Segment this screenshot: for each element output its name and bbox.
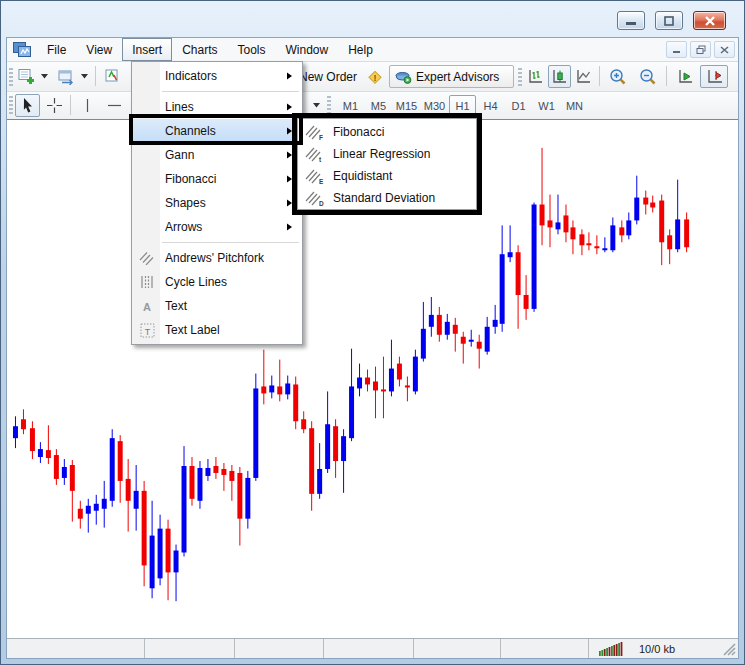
menu-item-label: Andrews' Pitchfork: [162, 251, 286, 265]
candlestick-chart-button[interactable]: [548, 65, 571, 88]
insert-menu-item-lines[interactable]: Lines: [132, 95, 302, 119]
maximize-icon: [663, 16, 675, 26]
channels-submenu-item-linear-regression[interactable]: tLinear Regression: [298, 143, 476, 165]
title-bar[interactable]: [1, 1, 744, 37]
insert-menu-item-shapes[interactable]: Shapes: [132, 191, 302, 215]
insert-menu-item-gann[interactable]: Gann: [132, 143, 302, 167]
toolbar-grip[interactable]: [9, 68, 13, 86]
candle: [643, 191, 648, 215]
bar-chart-icon: [527, 68, 544, 85]
cycle-lines-icon: [132, 275, 162, 289]
channels-submenu-item-standard-deviation[interactable]: DStandard Deviation: [298, 187, 476, 209]
submenu-arrow-icon: [286, 72, 302, 80]
menu-charts[interactable]: Charts: [172, 38, 227, 61]
expert-advisors-label: Expert Advisors: [416, 70, 499, 84]
candle: [381, 357, 386, 419]
candle: [540, 148, 545, 245]
mt4-window: FileViewInsertChartsToolsWindowHelp: [0, 0, 745, 665]
candle: [469, 330, 474, 347]
candle: [429, 297, 434, 337]
candle: [134, 465, 139, 531]
menu-view[interactable]: View: [76, 38, 122, 61]
channels-submenu-item-equidistant[interactable]: EEquidistant: [298, 165, 476, 187]
toolbar-grip[interactable]: [9, 96, 13, 114]
channels-submenu-item-fibonacci[interactable]: FFibonacci: [298, 121, 476, 143]
mdi-close-button[interactable]: [714, 41, 735, 58]
toolbar-grip[interactable]: [327, 96, 331, 114]
text-label-icon: T: [132, 323, 162, 338]
chart-shift-button[interactable]: [700, 65, 728, 88]
timeframe-d1-button[interactable]: D1: [505, 95, 532, 116]
menu-item-label: Indicators: [162, 69, 286, 83]
close-button[interactable]: [693, 11, 726, 30]
maximize-button[interactable]: [655, 11, 683, 30]
candle: [389, 340, 394, 397]
cursor-button[interactable]: [15, 94, 40, 117]
insert-menu-item-cycle-lines[interactable]: Cycle Lines: [132, 270, 302, 294]
insert-menu-item-indicators[interactable]: Indicators: [132, 64, 302, 88]
new-chart-button[interactable]: [15, 65, 39, 88]
mdi-minimize-button[interactable]: [666, 41, 687, 58]
insert-menu-item-fibonacci[interactable]: Fibonacci: [132, 167, 302, 191]
candlestick-chart-icon: [551, 68, 568, 85]
auto-scroll-button[interactable]: [672, 65, 698, 88]
candle: [373, 367, 378, 419]
vertical-line-button[interactable]: [75, 94, 100, 117]
profiles-dropdown[interactable]: [79, 65, 90, 88]
toolbar-grip[interactable]: [518, 68, 522, 86]
insert-menu-item-text-label[interactable]: TText Label: [132, 318, 302, 342]
bar-chart-button[interactable]: [524, 65, 547, 88]
candle: [357, 364, 362, 397]
minimize-button[interactable]: [617, 11, 645, 30]
candle: [421, 302, 426, 362]
candle: [229, 465, 234, 501]
resize-grip[interactable]: [723, 643, 736, 656]
insert-menu-item-andrews-pitchfork[interactable]: Andrews' Pitchfork: [132, 246, 302, 270]
candle: [30, 421, 35, 459]
candle: [445, 314, 450, 340]
crosshair-button[interactable]: [42, 94, 67, 117]
auto-scroll-icon: [676, 68, 694, 85]
candle: [102, 481, 107, 528]
menu-insert[interactable]: Insert: [122, 38, 172, 61]
candle: [182, 446, 187, 556]
candle: [437, 307, 442, 342]
insert-menu-item-channels[interactable]: Channels: [132, 119, 302, 143]
candle: [405, 377, 410, 402]
line-chart-button[interactable]: [572, 65, 595, 88]
candle: [197, 461, 202, 509]
menu-item-label: Text: [162, 299, 286, 313]
candle: [548, 195, 553, 248]
menu-tools[interactable]: Tools: [228, 38, 276, 61]
zoom-out-button[interactable]: [635, 65, 661, 88]
market-watch-button[interactable]: [101, 65, 125, 88]
menu-item-label: Linear Regression: [330, 147, 476, 161]
menu-item-label: Shapes: [162, 196, 286, 210]
mdi-restore-button[interactable]: [690, 41, 711, 58]
timeframe-w1-button[interactable]: W1: [533, 95, 560, 116]
timeframe-mn-button[interactable]: MN: [561, 95, 588, 116]
candle: [86, 499, 91, 533]
candle: [38, 442, 43, 463]
horizontal-line-button[interactable]: [102, 94, 127, 117]
profiles-icon: [58, 69, 76, 85]
linear-regression-channel-icon: t: [298, 146, 330, 163]
zoom-in-button[interactable]: [605, 65, 631, 88]
insert-menu-item-text[interactable]: AText: [132, 294, 302, 318]
crosshair-icon: [46, 97, 63, 114]
menu-file[interactable]: File: [37, 38, 76, 61]
insert-menu-item-arrows[interactable]: Arrows: [132, 215, 302, 239]
candle: [570, 220, 575, 254]
candle: [667, 229, 672, 264]
horizontal-line-icon: [106, 98, 123, 113]
new-chart-dropdown[interactable]: [39, 65, 50, 88]
zoom-out-icon: [639, 68, 657, 86]
alert-button[interactable]: !: [364, 65, 386, 88]
profiles-button[interactable]: [55, 65, 79, 88]
svg-text:F: F: [319, 134, 323, 141]
menu-help[interactable]: Help: [338, 38, 383, 61]
candle: [516, 245, 521, 329]
expert-advisors-button[interactable]: Expert Advisors: [389, 65, 514, 88]
menu-window[interactable]: Window: [276, 38, 339, 61]
traffic-label: 10/0 kb: [639, 643, 675, 655]
